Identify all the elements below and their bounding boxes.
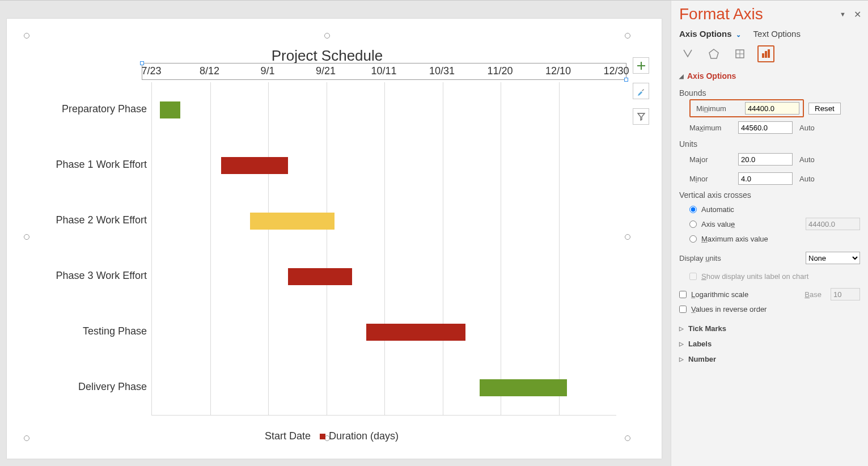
svg-rect-4 bbox=[768, 49, 770, 58]
min-reset-button[interactable]: Reset bbox=[808, 103, 841, 115]
effects-icon[interactable] bbox=[705, 45, 722, 62]
grid-line bbox=[210, 82, 211, 415]
resize-handle[interactable] bbox=[24, 435, 29, 441]
gantt-bar[interactable] bbox=[250, 213, 335, 230]
log-base-box bbox=[831, 288, 860, 300]
grid-line bbox=[327, 82, 327, 415]
slide-canvas[interactable]: Project Schedule 7/238/129/19/2110/1110/… bbox=[7, 19, 662, 459]
x-tick-label: 8/12 bbox=[200, 65, 219, 77]
slide-editor: Project Schedule 7/238/129/19/2110/1110/… bbox=[0, 0, 671, 466]
display-units-select[interactable]: None bbox=[806, 252, 860, 264]
fill-line-icon[interactable] bbox=[679, 45, 696, 62]
axis-sel-handle[interactable] bbox=[624, 78, 628, 82]
radio-automatic[interactable] bbox=[689, 206, 697, 213]
tab-axis-options[interactable]: Axis Options ⌄ bbox=[679, 29, 741, 39]
pane-title: Format Axis bbox=[679, 5, 763, 23]
pane-close-button[interactable]: ✕ bbox=[854, 9, 861, 20]
major-auto-label[interactable]: Auto bbox=[799, 155, 824, 164]
legend-swatch bbox=[320, 434, 325, 439]
pane-options-chevron-icon[interactable]: ▼ bbox=[840, 11, 846, 18]
legend-entry-duration: Duration (days) bbox=[320, 430, 399, 442]
grid-line bbox=[443, 82, 443, 415]
brush-icon bbox=[637, 87, 646, 96]
axis-value-box bbox=[806, 218, 860, 230]
min-input[interactable] bbox=[745, 102, 799, 115]
category-label: Phase 2 Work Effort bbox=[56, 214, 147, 226]
display-units-label: Display units bbox=[679, 254, 752, 262]
category-label: Testing Phase bbox=[83, 325, 147, 337]
x-tick-label: 10/11 bbox=[371, 65, 396, 77]
format-axis-pane: Format Axis ▼ ✕ Axis Options ⌄ Text Opti… bbox=[671, 0, 868, 466]
axis-icon-tabs bbox=[671, 44, 868, 68]
expand-triangle-icon: ▷ bbox=[679, 325, 684, 332]
category-label: Phase 1 Work Effort bbox=[56, 159, 147, 171]
axis-options-icon[interactable] bbox=[757, 45, 774, 62]
minor-label: Minor bbox=[689, 175, 738, 183]
show-units-label-checkbox bbox=[689, 273, 697, 280]
gantt-bar[interactable] bbox=[480, 379, 567, 396]
min-label: Minimum bbox=[696, 104, 745, 113]
resize-handle[interactable] bbox=[625, 33, 630, 39]
units-label: Units bbox=[679, 139, 860, 149]
category-label: Preparatory Phase bbox=[62, 103, 147, 115]
size-properties-icon[interactable] bbox=[731, 45, 748, 62]
section-number[interactable]: ▷Number bbox=[671, 351, 868, 367]
svg-rect-2 bbox=[762, 53, 764, 58]
section-axis-options[interactable]: ◢Axis Options bbox=[671, 68, 868, 84]
gantt-bar[interactable] bbox=[288, 268, 352, 285]
legend-entry-start-date: Start Date bbox=[265, 430, 311, 442]
plot-area[interactable] bbox=[151, 82, 616, 416]
grid-line bbox=[501, 82, 501, 415]
x-tick-label: 12/30 bbox=[603, 65, 629, 77]
gantt-bar[interactable] bbox=[221, 157, 288, 174]
bounds-label: Bounds bbox=[679, 88, 860, 98]
vcross-label: Vertical axis crosses bbox=[679, 190, 860, 200]
chart-filters-button[interactable] bbox=[633, 108, 649, 125]
minor-auto-label[interactable]: Auto bbox=[799, 175, 824, 183]
x-tick-label: 11/20 bbox=[487, 65, 513, 77]
x-tick-label: 9/1 bbox=[260, 65, 274, 77]
max-label: Maximum bbox=[689, 124, 738, 132]
chart-title[interactable]: Project Schedule bbox=[27, 47, 628, 65]
resize-handle[interactable] bbox=[24, 33, 29, 39]
resize-handle[interactable] bbox=[625, 234, 630, 240]
max-auto-label[interactable]: Auto bbox=[799, 124, 824, 132]
max-input[interactable] bbox=[738, 121, 793, 134]
minor-input[interactable] bbox=[738, 172, 793, 185]
major-input[interactable] bbox=[738, 153, 793, 166]
svg-rect-3 bbox=[765, 51, 767, 58]
x-tick-label: 9/21 bbox=[316, 65, 336, 77]
category-label: Phase 3 Work Effort bbox=[56, 270, 147, 282]
x-tick-label: 7/23 bbox=[141, 65, 161, 77]
log-scale-checkbox[interactable] bbox=[679, 291, 687, 298]
resize-handle[interactable] bbox=[625, 435, 630, 441]
svg-marker-0 bbox=[709, 49, 718, 58]
chart-styles-button[interactable] bbox=[633, 83, 649, 99]
major-label: Major bbox=[689, 155, 738, 164]
grid-line bbox=[384, 82, 385, 415]
collapse-triangle-icon: ◢ bbox=[679, 73, 684, 79]
chart-legend[interactable]: Start Date Duration (days) bbox=[265, 430, 399, 442]
funnel-icon bbox=[637, 112, 646, 121]
gantt-bar[interactable] bbox=[160, 101, 180, 118]
resize-handle[interactable] bbox=[24, 234, 29, 240]
resize-handle[interactable] bbox=[324, 33, 330, 39]
expand-triangle-icon: ▷ bbox=[679, 356, 684, 362]
radio-max-axis-value[interactable] bbox=[689, 235, 697, 243]
tab-text-options[interactable]: Text Options bbox=[753, 29, 801, 39]
section-labels[interactable]: ▷Labels bbox=[671, 336, 868, 351]
section-tick-marks[interactable]: ▷Tick Marks bbox=[671, 321, 868, 336]
x-tick-label: 10/31 bbox=[429, 65, 455, 77]
plus-icon bbox=[637, 61, 646, 70]
x-tick-label: 12/10 bbox=[545, 65, 571, 77]
reverse-order-checkbox[interactable] bbox=[679, 306, 687, 313]
grid-line bbox=[268, 82, 269, 415]
chart-object[interactable]: Project Schedule 7/238/129/19/2110/1110/… bbox=[27, 36, 628, 438]
category-label: Delivery Phase bbox=[78, 381, 147, 393]
chevron-down-icon: ⌄ bbox=[734, 31, 741, 38]
radio-axis-value[interactable] bbox=[689, 221, 697, 228]
grid-line bbox=[559, 82, 560, 415]
chart-elements-button[interactable] bbox=[633, 57, 649, 74]
axis-sel-handle[interactable] bbox=[140, 61, 144, 65]
gantt-bar[interactable] bbox=[366, 324, 465, 341]
